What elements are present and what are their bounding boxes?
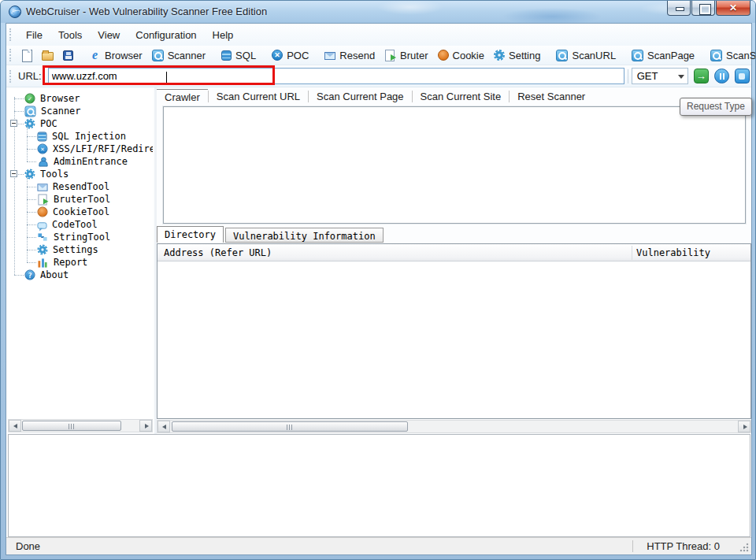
resend-icon	[37, 184, 47, 191]
main-panel: Crawler Scan Current URL Scan Current Pa…	[157, 87, 751, 434]
setting-icon	[24, 169, 35, 179]
bruter-button[interactable]: Bruter	[380, 48, 432, 63]
scansite-button-label: ScanSite	[726, 50, 756, 61]
scan-icon	[556, 50, 568, 61]
result-tabs: Directory Vulnerability Information	[157, 226, 384, 243]
sql-button[interactable]: SQL	[217, 48, 261, 63]
resend-button[interactable]: Resend	[320, 48, 380, 63]
tree-item-scanner[interactable]: Scanner	[8, 105, 153, 117]
scan-current-page-button[interactable]: Scan Current Page	[309, 89, 412, 104]
tree-item-about[interactable]: About	[8, 269, 153, 281]
toolstrip-grip	[9, 70, 13, 83]
setting-icon	[37, 244, 47, 254]
tree-item-cookietool[interactable]: CookieTool	[8, 206, 153, 218]
tree-item-sql-injection[interactable]: SQL Injection	[8, 130, 153, 143]
reset-scanner-button[interactable]: Reset Scanner	[510, 89, 593, 104]
resize-grip[interactable]	[739, 542, 749, 552]
go-button[interactable]	[694, 69, 709, 83]
tree-item-label: CookieTool	[53, 206, 109, 217]
code-tool-icon	[37, 222, 46, 228]
column-header-address[interactable]: Address (Refer URL)	[164, 247, 272, 258]
scanner-icon	[152, 50, 164, 61]
menu-configuration[interactable]: Configuration	[128, 26, 204, 44]
menu-bar: File Tools View Configuration Help	[6, 24, 751, 46]
request-method-combo[interactable]: GET	[632, 68, 688, 84]
minimize-button[interactable]	[667, 1, 691, 16]
setting-icon	[24, 118, 35, 128]
cookie-button[interactable]: Cookie	[433, 48, 489, 63]
menu-view[interactable]: View	[90, 26, 128, 44]
menu-file[interactable]: File	[18, 26, 50, 44]
stop-button[interactable]	[735, 69, 750, 83]
menu-help[interactable]: Help	[205, 26, 242, 44]
scrollbar-thumb[interactable]	[22, 421, 121, 431]
request-type-tooltip: Request Type	[680, 98, 752, 116]
close-button[interactable]	[716, 1, 750, 16]
output-pane[interactable]	[8, 434, 750, 537]
tree-item-label: POC	[40, 118, 57, 129]
crawler-results-pane[interactable]	[163, 106, 746, 224]
scroll-right-button[interactable]	[738, 421, 750, 432]
tree-item-label: Scanner	[41, 106, 81, 117]
client-area: File Tools View Configuration Help eBrow…	[6, 23, 752, 555]
browser-button[interactable]: eBrowser	[84, 48, 147, 63]
collapse-toggle[interactable]	[10, 170, 17, 177]
crawler-tab[interactable]: Crawler	[157, 89, 208, 105]
tab-directory[interactable]: Directory	[157, 226, 224, 243]
poc-icon	[37, 143, 47, 154]
cookie-button-label: Cookie	[453, 50, 484, 61]
tree-item-browser[interactable]: Browser	[8, 92, 153, 105]
menu-tools[interactable]: Tools	[50, 26, 90, 44]
scansite-button[interactable]: ScanSite	[706, 48, 756, 63]
tree-item-poc[interactable]: POC	[8, 117, 153, 130]
tree-item-brutertool[interactable]: BruterTool	[8, 193, 153, 206]
scrollbar-thumb[interactable]	[172, 421, 408, 432]
app-icon	[9, 6, 21, 18]
scanpage-button[interactable]: ScanPage	[627, 48, 699, 63]
save-button[interactable]	[58, 48, 78, 62]
scanner-icon	[25, 106, 36, 117]
scanner-button[interactable]: Scanner	[147, 48, 210, 63]
request-method-value: GET	[637, 70, 658, 82]
scroll-left-button[interactable]	[9, 420, 21, 432]
tree-item-tools[interactable]: Tools	[8, 168, 153, 180]
scanurl-button[interactable]: ScanURL	[551, 48, 621, 63]
tree-item-label: AdminEntrance	[54, 156, 128, 167]
save-icon	[63, 50, 73, 61]
resend-button-label: Resend	[339, 50, 375, 61]
tree-item-stringtool[interactable]: StringTool	[8, 231, 153, 243]
tab-vulnerability-information[interactable]: Vulnerability Information	[225, 228, 384, 243]
tree-item-label: Browser	[40, 93, 80, 104]
cookie-icon	[37, 206, 47, 217]
table-horizontal-scrollbar[interactable]	[157, 420, 751, 433]
string-tool-icon	[38, 232, 49, 243]
title-bar[interactable]: WebCruiser - Web Vulnerability Scanner F…	[1, 1, 756, 23]
pause-button[interactable]	[714, 69, 729, 83]
scroll-right-button[interactable]	[139, 420, 152, 432]
collapse-toggle[interactable]	[10, 120, 17, 127]
tree-item-codetool[interactable]: CodeTool	[8, 218, 153, 231]
setting-button[interactable]: Setting	[489, 48, 545, 63]
tree-item-label: StringTool	[54, 232, 110, 243]
column-header-vulnerability[interactable]: Vulnerability	[636, 247, 710, 258]
new-button[interactable]	[16, 48, 37, 63]
scan-current-site-button[interactable]: Scan Current Site	[413, 89, 510, 104]
table-body[interactable]	[158, 262, 750, 418]
maximize-button[interactable]	[691, 1, 715, 16]
column-divider[interactable]	[632, 246, 632, 260]
tree-item-label: BruterTool	[54, 194, 110, 205]
tree-horizontal-scrollbar[interactable]	[8, 419, 153, 432]
scroll-left-button[interactable]	[158, 421, 170, 432]
scan-current-url-button[interactable]: Scan Current URL	[209, 89, 308, 104]
open-button[interactable]	[37, 48, 58, 62]
tree-item-resendtool[interactable]: ResendTool	[8, 180, 153, 193]
poc-button[interactable]: POC	[267, 48, 313, 63]
tree-item-adminentrance[interactable]: AdminEntrance	[8, 155, 153, 168]
tree-item-report[interactable]: Report	[8, 256, 153, 269]
setting-icon	[494, 50, 505, 61]
tree-item-xss-lfi-rfi-redirect[interactable]: XSS/LFI/RFI/Redirect	[8, 143, 153, 155]
tree-item-label: About	[40, 269, 69, 280]
tree-item-settings[interactable]: Settings	[8, 243, 153, 256]
about-icon	[24, 269, 35, 280]
tree-item-label: SQL Injection	[52, 131, 126, 142]
